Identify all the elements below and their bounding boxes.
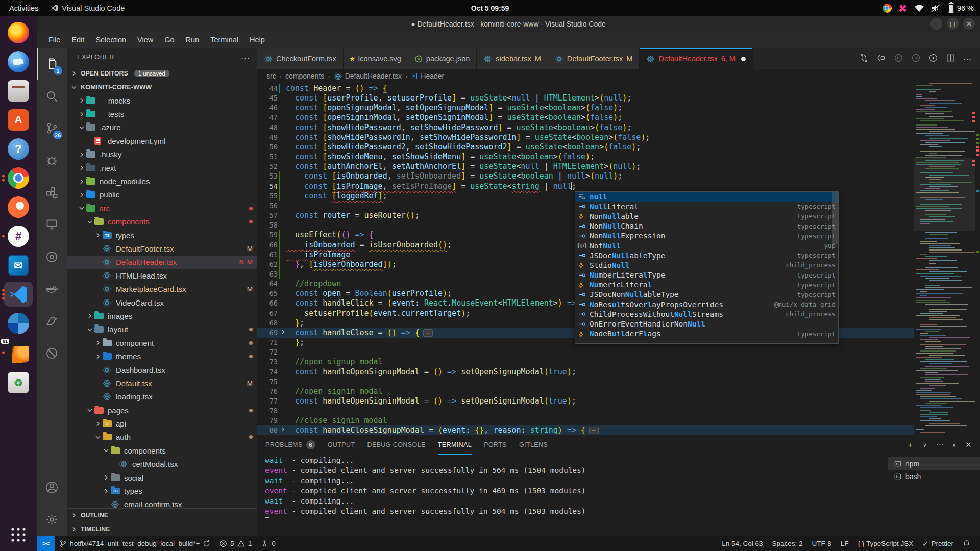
tree-item-src[interactable]: src: [67, 202, 257, 215]
code-line-73[interactable]: 73 //open signup modal: [257, 357, 914, 367]
breadcrumb-src[interactable]: src: [266, 72, 276, 80]
suggestion-null[interactable]: null: [575, 192, 838, 202]
formatter-item[interactable]: ✓Prettier: [918, 536, 958, 551]
tree-item-themes[interactable]: themes: [67, 349, 257, 363]
tab-Iconsave.svg[interactable]: *Iconsave.svg: [344, 48, 408, 69]
suggestion-NonNullExpression[interactable]: NonNullExpressiontypescript: [575, 231, 838, 241]
dock-item-thunderbird[interactable]: [0, 47, 37, 76]
code-line-46[interactable]: 46 const [openSignupModal, setOpenSignup…: [257, 103, 914, 113]
activity-remote-explorer-icon[interactable]: [37, 209, 67, 241]
run-code-icon[interactable]: [928, 53, 938, 65]
tree-item-layout[interactable]: layout: [67, 323, 257, 336]
terminal-output[interactable]: wait - compiling...event - compiled clie…: [257, 455, 888, 536]
menu-view[interactable]: View: [132, 34, 159, 46]
tree-item-certModal.tsx[interactable]: certModal.tsx: [67, 458, 257, 471]
clock[interactable]: Oct 5 09:59: [471, 4, 509, 12]
code-line-47[interactable]: 47 const [openSigninModal, setOpenSignin…: [257, 113, 914, 122]
maximize-panel-icon[interactable]: ∧: [952, 442, 957, 448]
tree-item-images[interactable]: images: [67, 309, 257, 322]
tree-item-pages[interactable]: pages: [67, 404, 257, 417]
ports-item[interactable]: 0: [256, 536, 280, 551]
tree-item-social[interactable]: social: [67, 471, 257, 484]
menu-edit[interactable]: Edit: [66, 34, 90, 46]
suggestion-NumberLiteralType[interactable]: NumberLiteralTypetypescript: [575, 270, 838, 280]
breadcrumb-Header[interactable]: Header: [411, 72, 444, 80]
panel-tab-terminal[interactable]: TERMINAL: [438, 435, 472, 455]
terminal-instance-npm[interactable]: npm: [888, 457, 980, 470]
tree-item-public[interactable]: public: [67, 188, 257, 202]
code-line-54[interactable]: 54 const [isProImage, setIsProImage] = u…: [257, 182, 914, 191]
menu-help[interactable]: Help: [244, 34, 271, 46]
views-more-actions-icon[interactable]: ···: [241, 53, 250, 62]
dock-item-firefox[interactable]: [0, 18, 37, 47]
code-line-78[interactable]: 78: [257, 406, 914, 416]
code-line-50[interactable]: 50 const [showHidePassword2, setShowHide…: [257, 142, 914, 152]
dock-item-ubuntu-software[interactable]: A: [0, 105, 37, 134]
code-line-80[interactable]: 80 const handleCloseSignupModal = (event…: [257, 425, 914, 435]
activity-source-control-icon[interactable]: 26: [37, 112, 67, 144]
tab-CheckoutForm.tsx[interactable]: CheckoutForm.tsx: [257, 48, 344, 69]
dock-item-help[interactable]: ?: [0, 134, 37, 163]
menu-selection[interactable]: Selection: [90, 34, 132, 46]
go-back-icon[interactable]: [894, 53, 903, 65]
code-editor[interactable]: 44const Header = () => {45 const [userPr…: [257, 83, 980, 435]
code-line-45[interactable]: 45 const [userProfile, setuserProfile] =…: [257, 93, 914, 103]
code-line-74[interactable]: 74 const handleOpenSignupModal = () => s…: [257, 367, 914, 377]
system-tray[interactable]: 96 %: [883, 3, 974, 13]
panel-tab-ports[interactable]: PORTS: [484, 435, 507, 455]
title-bar[interactable]: ● DefaultHeader.tsx - kominiti-core-www …: [37, 16, 980, 32]
folded-code-pill[interactable]: ⋯: [423, 329, 433, 337]
dirty-dot[interactable]: [741, 57, 746, 61]
suggestion-NullLiteral[interactable]: NullLiteraltypescript: [575, 202, 838, 211]
tray-app-icon[interactable]: [898, 4, 908, 13]
code-line-75[interactable]: 75: [257, 377, 914, 387]
tree-item-development.yml[interactable]: development.yml: [67, 134, 257, 147]
activity-thunder-client-icon[interactable]: [37, 305, 67, 337]
panel-tab-gitlens[interactable]: GITLENS: [519, 435, 548, 455]
go-forward-icon[interactable]: [911, 53, 921, 65]
close-button[interactable]: ✕: [963, 18, 975, 30]
suggestion-JSDocNullableType[interactable]: JSDocNullableTypetypescript: [575, 251, 838, 260]
tree-item-Dashboard.tsx[interactable]: Dashboard.tsx: [67, 363, 257, 377]
panel-more-icon[interactable]: ⋯: [936, 440, 943, 449]
eol-sequence[interactable]: LF: [836, 536, 853, 551]
notifications-bell-icon[interactable]: [958, 536, 975, 551]
minimize-button[interactable]: –: [930, 18, 942, 30]
suggestion-JSDocNonNullableType[interactable]: JSDocNonNullableTypetypescript: [575, 290, 838, 299]
tree-item-types[interactable]: TStypes: [67, 229, 257, 242]
activity-docker-icon[interactable]: [37, 273, 67, 305]
tree-item-DefaultHeader.tsx[interactable]: DefaultHeader.tsx6, M: [67, 256, 257, 269]
indentation[interactable]: Spaces: 2: [768, 536, 807, 551]
tree-item-.azure[interactable]: .azure: [67, 121, 257, 134]
tree-item-component[interactable]: component: [67, 336, 257, 349]
problems-item[interactable]: 5 1: [215, 536, 256, 551]
dock-item-files[interactable]: [0, 76, 37, 105]
menu-file[interactable]: File: [43, 34, 66, 46]
suggestion-OnErrorEventHandlerNonNull[interactable]: OnErrorEventHandlerNonNull: [575, 319, 838, 329]
tab-package.json[interactable]: package.json: [408, 48, 477, 69]
tree-item-VideoCard.tsx[interactable]: VideoCard.tsx: [67, 296, 257, 309]
more-actions-icon[interactable]: ⋯: [963, 54, 972, 64]
dock-item-chrome[interactable]: [0, 163, 37, 192]
dock-item-vscode[interactable]: [0, 280, 37, 309]
code-line-44[interactable]: 44const Header = () => {: [257, 84, 914, 93]
tree-item-auth[interactable]: auth: [67, 431, 257, 444]
tree-item-__mocks__[interactable]: __mocks__: [67, 94, 257, 107]
tree-item-loading.tsx[interactable]: loading.tsx: [67, 390, 257, 404]
menu-terminal[interactable]: Terminal: [205, 34, 244, 46]
activity-files-icon[interactable]: 1: [37, 48, 67, 80]
folded-code-pill[interactable]: ⋯: [589, 427, 599, 434]
tree-item-Default.tsx[interactable]: Default.tsxM: [67, 377, 257, 390]
dock-item-trash[interactable]: ♻: [0, 368, 37, 397]
activity-run-debug-icon[interactable]: [37, 144, 67, 177]
suggestion-NodeBuilderFlags[interactable]: NodeBuilderFlagstypescript: [575, 329, 838, 339]
activities-button[interactable]: Activities: [9, 4, 38, 12]
suggestion-ChildProcessWithoutNullStreams[interactable]: ChildProcessWithoutNullStreamschild_proc…: [575, 309, 838, 319]
minimap[interactable]: [914, 83, 975, 435]
activity-gitlens-icon[interactable]: [37, 241, 67, 273]
language-mode[interactable]: { } TypeScript JSX: [853, 536, 918, 551]
tree-item-MarketplaceCard.tsx[interactable]: MarketplaceCard.tsxM: [67, 282, 257, 295]
compare-changes-icon[interactable]: [859, 53, 869, 65]
project-root-folder[interactable]: KOMINITI-CORE-WWW: [67, 80, 257, 94]
menu-go[interactable]: Go: [159, 34, 180, 46]
